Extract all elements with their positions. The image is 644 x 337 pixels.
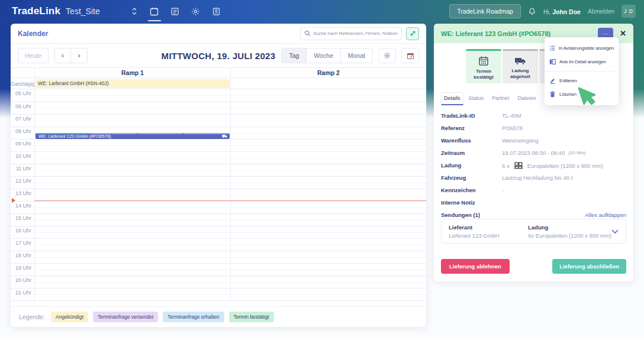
hour-label: 20 Uhr — [11, 276, 34, 288]
expand-icon[interactable] — [406, 27, 419, 40]
column-header-row: Ramp 1 Ramp 2 — [11, 67, 426, 77]
hour-row[interactable]: 11 Uhr — [11, 164, 426, 176]
view-day-button[interactable]: Tag — [281, 48, 307, 63]
status-card-label: Terminbestätigt — [474, 69, 493, 81]
today-button[interactable]: Heute — [18, 48, 49, 63]
roadmap-button[interactable]: TradeLink Roadmap — [449, 4, 521, 18]
reject-delivery-button[interactable]: Lieferung ablehnen — [441, 259, 510, 274]
hour-label: 08 Uhr — [11, 127, 34, 139]
pencil-icon — [549, 77, 556, 84]
current-time-line — [34, 200, 426, 201]
field-row-ladung: Ladung 6 x Europaletten (1200 x 800 mm) — [441, 162, 626, 174]
tab-status[interactable]: Status — [466, 92, 487, 105]
calendar-settings-button[interactable] — [378, 48, 396, 63]
hour-label: 21 Uhr — [11, 289, 34, 300]
event-progress-strip — [36, 133, 230, 134]
search-input[interactable] — [313, 31, 398, 36]
hour-row[interactable]: 15 Uhr — [11, 213, 426, 226]
avatar[interactable]: J D — [622, 5, 636, 18]
site-name: Test_Site — [66, 7, 100, 16]
contacts-nav-icon[interactable] — [210, 2, 224, 20]
allday-row: Ganztägig WE: Lieferant GmbH (#SN-40J) — [11, 77, 426, 89]
field-row-zeitraum: Zeitraum 19.07.2023 08:30 - 08:40(10 Min… — [441, 150, 626, 162]
view-switcher: Tag Woche Monat — [281, 48, 373, 63]
tab-dateien[interactable]: Dateien — [515, 92, 539, 105]
hour-row[interactable]: 05 Uhr — [11, 89, 426, 102]
hour-label: 12 Uhr — [11, 177, 34, 189]
date-nav-group: ‹ › — [54, 48, 88, 63]
calendar-event[interactable]: WE: Lieferant 123 GmbH (#PO6578) — [36, 133, 230, 139]
hour-row[interactable]: 16 Uhr — [11, 226, 426, 238]
legend-pill-termin-bestaetigt: Termin bestätigt — [229, 312, 274, 322]
calendar-header: Kalender — [11, 24, 426, 44]
status-card-ladung-abgeholt[interactable]: Ladungabgeholt — [503, 49, 538, 83]
current-time-marker — [12, 198, 15, 203]
truck-icon — [222, 134, 227, 138]
hour-row[interactable]: 10 Uhr — [11, 151, 426, 164]
brand-logo: TradeLink — [12, 5, 60, 17]
app-screen: TradeLink Test_Site TradeLink Roadmap — [0, 0, 644, 337]
status-card-termin-bestaetigt[interactable]: Terminbestätigt — [466, 49, 501, 83]
hour-row[interactable]: 07 Uhr — [11, 114, 426, 127]
menu-item-avisierungsliste[interactable]: In Avisierungsliste anzeigen — [545, 41, 619, 55]
logout-link[interactable]: Abmelden — [588, 8, 614, 15]
close-icon[interactable]: ✕ — [620, 30, 626, 37]
hour-row[interactable]: 19 Uhr — [11, 263, 426, 276]
calendar-edit-button[interactable] — [401, 48, 419, 63]
site-switcher-icon[interactable] — [131, 7, 138, 15]
hour-row[interactable]: 13 Uhr — [11, 189, 426, 201]
search-box — [300, 27, 402, 40]
view-month-button[interactable]: Monat — [340, 48, 373, 63]
hour-label: 17 Uhr — [11, 239, 34, 251]
hour-row[interactable]: 20 Uhr — [11, 276, 426, 288]
gear-nav-icon[interactable] — [189, 2, 203, 20]
hour-label: 09 Uhr — [11, 140, 34, 151]
shipment-card[interactable]: Lieferant Lieferant 123 GmbH Ladung 6x E… — [441, 219, 626, 244]
gutter-divider — [34, 89, 35, 300]
calendar-nav-icon[interactable] — [147, 2, 162, 20]
pallet-icon — [514, 162, 523, 169]
next-day-button[interactable]: › — [71, 48, 88, 63]
legend-pill-terminanfrage-versendet: Terminanfrage versendet — [93, 312, 158, 322]
bell-icon[interactable] — [528, 7, 536, 16]
legend-pill-terminanfrage-erhalten: Terminanfrage erhalten — [163, 312, 224, 322]
hour-label: 06 Uhr — [11, 102, 34, 114]
field-row-tradelink-id: TradeLink-ID TL-40M — [441, 112, 626, 125]
top-navbar: TradeLink Test_Site TradeLink Roadmap — [0, 0, 644, 22]
detail-title: WE: Lieferant 123 GmbH (#PO6578) — [441, 30, 550, 37]
menu-item-editieren[interactable]: Editieren — [545, 74, 619, 88]
context-menu: In Avisierungsliste anzeigen Avis im Det… — [545, 37, 619, 105]
hour-row[interactable]: 06 Uhr — [11, 102, 426, 114]
allday-cell-ramp1[interactable]: WE: Lieferant GmbH (#SN-40J) — [34, 78, 230, 89]
chevron-down-icon[interactable] — [611, 226, 619, 236]
complete-delivery-button[interactable]: Lieferung abschließen — [552, 259, 626, 274]
allday-cell-ramp2[interactable] — [230, 78, 426, 89]
search-icon — [304, 30, 311, 37]
hour-row[interactable]: 17 Uhr — [11, 238, 426, 251]
menu-item-loeschen[interactable]: Löschen — [545, 88, 619, 101]
calendar-grid: Ramp 1 Ramp 2 Ganztägig WE: Lieferant Gm… — [11, 67, 426, 301]
calendar-toolbar: Heute ‹ › MITTWOCH, 19. JULI 2023 Tag Wo… — [11, 44, 426, 67]
hour-label: 11 Uhr — [11, 164, 34, 176]
hour-row[interactable]: 09 Uhr — [11, 139, 426, 151]
hour-row[interactable]: 14 Uhr — [11, 201, 426, 213]
list-nav-icon[interactable] — [168, 2, 182, 20]
allday-event[interactable]: WE: Lieferant GmbH (#SN-40J) — [36, 79, 230, 88]
expand-all-link[interactable]: Alles aufklappen — [585, 212, 626, 218]
legend: Legende: Angekündigt Terminanfrage verse… — [11, 306, 426, 327]
legend-label: Legende: — [19, 313, 45, 320]
hour-row[interactable]: 12 Uhr — [11, 176, 426, 189]
sendungen-label: Sendungen (1) — [441, 212, 502, 218]
tab-details[interactable]: Details — [441, 92, 463, 105]
tab-partner[interactable]: Partner — [489, 92, 513, 105]
hour-row[interactable]: 21 Uhr — [11, 288, 426, 300]
field-row-warenfluss: Warenfluss Wareneingang — [441, 137, 626, 150]
navbar-right: TradeLink Roadmap Hi,John Doe Abmelden J… — [449, 4, 636, 18]
allday-label: Ganztägig — [11, 78, 34, 89]
view-week-button[interactable]: Woche — [307, 48, 340, 63]
hour-label: 10 Uhr — [11, 152, 34, 164]
menu-item-avis-detail[interactable]: Avis im Detail anzeigen — [545, 55, 619, 69]
hours-grid: 05 Uhr 06 Uhr 07 Uhr 08 Uhr 09 Uhr 10 Uh… — [11, 89, 426, 301]
hour-row[interactable]: 18 Uhr — [11, 251, 426, 263]
prev-day-button[interactable]: ‹ — [54, 48, 71, 63]
